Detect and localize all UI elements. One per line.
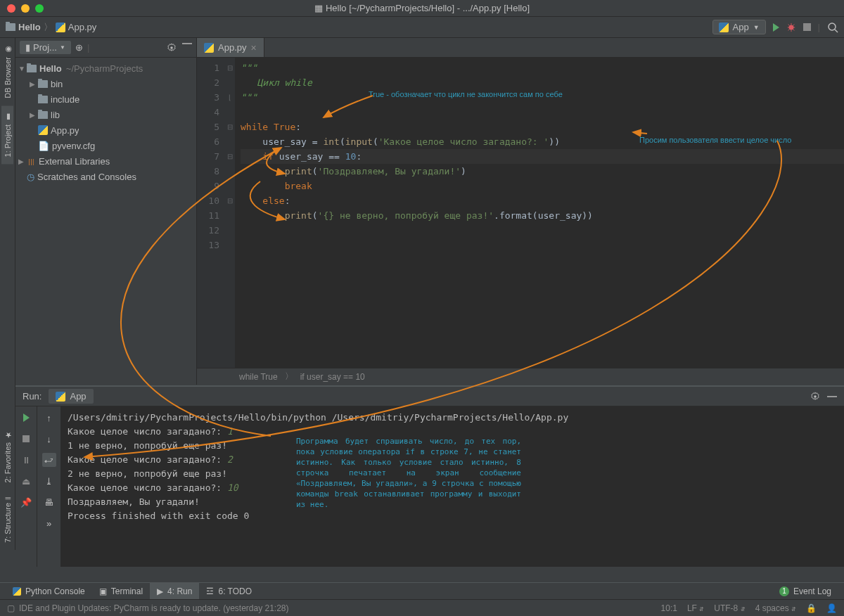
tree-row-bin[interactable]: ▶ bin [15, 76, 196, 91]
star-icon: ★ [3, 430, 12, 439]
structure-tab[interactable]: 7: Structure ⦀ [2, 489, 13, 550]
favorites-tab[interactable]: 2: Favorites ★ [1, 423, 13, 489]
terminal-tab[interactable]: ▣Terminal [92, 583, 150, 599]
more-button[interactable]: » [42, 516, 56, 530]
annotation-text: Программа будет спрашивать число, до тех… [296, 436, 521, 510]
crumb-item[interactable]: if user_say == 10 [300, 372, 365, 382]
close-tab-button[interactable]: × [250, 42, 256, 53]
pycharm-icon: ▦ [314, 3, 323, 13]
run-button[interactable] [773, 23, 779, 32]
run-config-selector[interactable]: App ▼ [712, 20, 766, 34]
run-header: Run: App [15, 387, 844, 406]
expand-icon[interactable]: ▶ [18, 158, 27, 165]
run-tab[interactable]: ▶4: Run [150, 583, 199, 599]
breadcrumb-project[interactable]: Hello [6, 22, 41, 32]
down-button[interactable]: ↓ [42, 432, 56, 446]
target-icon[interactable]: ⊕ [75, 42, 83, 53]
fold-gutter: ⊟⌊ ⊟⊟ ⊟ [225, 58, 235, 368]
svg-point-0 [788, 25, 793, 30]
encoding[interactable]: UTF-8 ⇵ [714, 603, 745, 613]
expand-icon[interactable]: ▼ [18, 65, 27, 72]
scratches-icon: ◷ [27, 172, 34, 182]
tree-row-scratches[interactable]: ◷ Scratches and Consoles [15, 169, 196, 184]
hide-run-button[interactable] [827, 396, 837, 397]
tree-row-app[interactable]: App.py [15, 122, 196, 138]
tree-row-root[interactable]: ▼ Hello ~/PycharmProjects [15, 60, 196, 76]
python-console-tab[interactable]: Python Console [6, 583, 92, 599]
window-title: ▦ Hello [~/PycharmProjects/Hello] - .../… [314, 3, 530, 13]
run-process-tab[interactable]: App [49, 389, 93, 404]
print-button[interactable]: 🖶 [42, 495, 56, 509]
cursor-position[interactable]: 10:1 [661, 603, 677, 613]
up-button[interactable]: ↑ [42, 411, 56, 425]
chevron-right-icon: 〉 [44, 21, 53, 34]
rerun-button[interactable] [19, 411, 33, 425]
play-icon: ▶ [157, 586, 163, 596]
run-settings-button[interactable] [810, 392, 820, 402]
indent-info[interactable]: 4 spaces ⇵ [755, 603, 796, 613]
project-view-selector[interactable]: ▮ Proj... ▼ [20, 41, 71, 54]
expand-icon[interactable]: ▶ [30, 80, 38, 88]
structure-icon: ⦀ [4, 496, 12, 500]
project-tree[interactable]: ▼ Hello ~/PycharmProjects ▶ bin include … [15, 58, 196, 187]
exit-button[interactable]: ⏏ [19, 474, 33, 488]
expand-icon[interactable]: ▶ [30, 111, 38, 119]
hector-icon[interactable]: 👤 [826, 603, 837, 613]
folder-icon [38, 111, 48, 119]
main-area: ▮ Proj... ▼ ⊕ | ▼ Hello ~/PycharmProject… [15, 38, 844, 385]
svg-point-1 [829, 23, 836, 30]
event-log-tab[interactable]: 1 Event Log [772, 586, 838, 596]
project-panel-header: ▮ Proj... ▼ ⊕ | [15, 38, 196, 58]
library-icon: ⫼ [27, 156, 36, 167]
titlebar: ▦ Hello [~/PycharmProjects/Hello] - .../… [0, 0, 844, 17]
line-separator[interactable]: LF ⇵ [687, 603, 704, 613]
stop-button[interactable] [803, 23, 811, 31]
chevron-down-icon: ▼ [753, 24, 760, 31]
project-tool-tab[interactable]: 1: Project ▮ [1, 105, 13, 164]
left-tool-gutter: DB Browser ◉ 1: Project ▮ 2: Favorites ★… [0, 38, 15, 550]
event-badge: 1 [779, 586, 789, 596]
editor-tabs: App.py × [197, 38, 844, 58]
todo-tab[interactable]: ☲6: TODO [199, 583, 259, 599]
db-browser-tab[interactable]: DB Browser ◉ [1, 38, 13, 105]
status-icon[interactable]: ▢ [7, 603, 15, 613]
debug-button[interactable] [786, 23, 796, 32]
hide-panel-button[interactable] [182, 43, 192, 44]
breadcrumb-file[interactable]: App.py [56, 22, 96, 32]
editor-area: App.py × 12345678910111213 ⊟⌊ ⊟⊟ ⊟ """ Ц… [197, 38, 844, 385]
run-tool-window: Run: App ⏸ ⏏ 📌 ↑ ↓ ⮐ ⤓ 🖶 » /Users/dmitri… [15, 385, 844, 567]
terminal-icon: ▣ [99, 586, 107, 596]
project-panel: ▮ Proj... ▼ ⊕ | ▼ Hello ~/PycharmProject… [15, 38, 197, 385]
folder-icon [6, 23, 15, 31]
folder-icon [27, 65, 37, 72]
status-message: IDE and Plugin Updates: PyCharm is ready… [19, 603, 289, 613]
folder-icon [38, 96, 48, 103]
line-number-gutter: 12345678910111213 [197, 58, 225, 368]
stop-button[interactable] [19, 432, 33, 446]
tree-row-pyvenv[interactable]: 📄 pyvenv.cfg [15, 138, 196, 153]
scroll-button[interactable]: ⤓ [42, 474, 56, 488]
minimize-window-button[interactable] [21, 4, 30, 13]
pause-button[interactable]: ⏸ [19, 453, 33, 467]
code-content[interactable]: """ Цикл while """ while True: user_say … [235, 58, 844, 368]
close-window-button[interactable] [7, 4, 15, 13]
annotation-text: Просим пользователя ввести целое число [639, 133, 791, 148]
wrap-button[interactable]: ⮐ [42, 453, 56, 467]
console-output[interactable]: /Users/dmitriy/PycharmProjects/Hello/bin… [60, 406, 844, 567]
code-editor[interactable]: 12345678910111213 ⊟⌊ ⊟⊟ ⊟ """ Цикл while… [197, 58, 844, 368]
run-toolbar-primary: ⏸ ⏏ 📌 [15, 406, 37, 567]
pin-button[interactable]: 📌 [19, 495, 33, 509]
db-icon: ◉ [3, 45, 12, 54]
settings-button[interactable] [167, 43, 177, 53]
tree-row-include[interactable]: include [15, 91, 196, 107]
crumb-item[interactable]: while True [239, 372, 278, 382]
status-bar: ▢ IDE and Plugin Updates: PyCharm is rea… [0, 599, 844, 616]
editor-tab-app[interactable]: App.py × [197, 38, 264, 57]
svg-point-2 [814, 395, 817, 398]
tree-row-external[interactable]: ▶ ⫼ External Libraries [15, 153, 196, 169]
search-button[interactable] [827, 22, 838, 33]
python-icon [13, 587, 21, 596]
tree-row-lib[interactable]: ▶ lib [15, 107, 196, 122]
maximize-window-button[interactable] [35, 4, 44, 13]
lock-icon[interactable]: 🔒 [806, 603, 817, 613]
